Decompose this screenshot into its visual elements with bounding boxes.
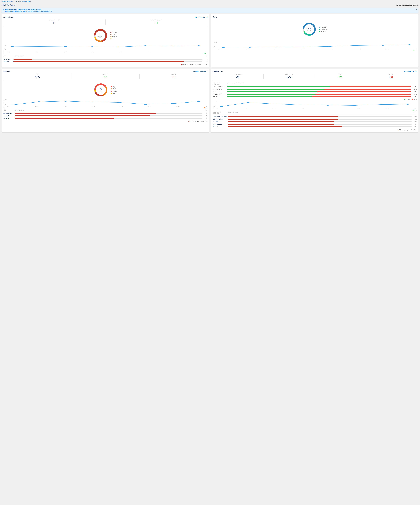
apps-configured-value: 11 <box>107 21 206 25</box>
table-row: AICPA-SOC-TSC-2017 73 <box>212 115 417 118</box>
svg-point-35 <box>170 103 173 104</box>
table-row: Microsoft365 28 <box>3 112 208 115</box>
applications-sparkline: # of 3rd Party Apps 24 0 <box>3 45 208 54</box>
svg-point-40 <box>300 105 303 105</box>
compliance-passed-failed-legend: Passed Failed <box>212 99 417 100</box>
svg-point-19 <box>301 47 305 47</box>
unknown-label: Unknown <box>112 32 118 33</box>
svg-point-4 <box>11 46 14 47</box>
users-yaxis-min: 0 <box>214 46 215 47</box>
table-row: NIST-800-53-4 72 <box>212 123 417 126</box>
azuread-dot <box>319 31 320 32</box>
table-row: AzureAD 19 <box>3 60 208 63</box>
compliance-legend-bottom: Critical High, Medium, Low <box>212 129 417 131</box>
compliance-row-pci: PCI-DSS-3.2.1 48% <box>212 93 417 95</box>
svg-point-8 <box>117 47 120 47</box>
table-row: CSA-CCM-4.0 72 <box>212 120 417 123</box>
breadcrumb-link-1[interactable]: API-enabled Protection <box>1 1 14 2</box>
svg-point-36 <box>197 101 200 102</box>
sparkline-yaxis-label: # of 3rd Party Apps <box>3 45 5 54</box>
low-label: Low <box>112 38 115 40</box>
dashboard-grid: Applications SETUP INSTANCE APPS SUPPORT… <box>0 14 420 134</box>
users-card: Users 1,632 USERS <box>211 14 419 67</box>
unknown-dot <box>110 32 111 33</box>
svg-point-11 <box>197 45 200 46</box>
users-legend: Workday Salesforce AzureAD <box>319 26 327 32</box>
users-sparkline-svg <box>218 42 420 48</box>
yaxis-max: 24 <box>5 45 6 46</box>
apps-supported-label: APPS SUPPORTED <box>5 19 104 21</box>
applications-table: APP 3RD PARTY APPS SUM Salesforce 2 Azur… <box>3 55 208 63</box>
info-icon: ℹ <box>3 9 4 11</box>
compliance-row-others: Others ℹ 46% <box>212 95 417 98</box>
compliance-bars: COMPLIANCE STANDARD PERCENT OF PASSED RU… <box>212 82 417 98</box>
banner-link[interactable]: Check the new Applications widget to see… <box>5 10 417 12</box>
azuread-label: AzureAD <box>321 31 326 32</box>
findings-donut-section: 75 FAILED FINDINGS High Medium Critical <box>3 82 208 97</box>
users-trend: ↑ 851 ℹ <box>214 50 417 51</box>
close-icon[interactable]: × <box>416 9 417 11</box>
apps-trend: ↑ 40% ℹ <box>5 53 208 54</box>
findings-card: Findings VIEW ALL FINDINGS TOTAL 135 PAS… <box>1 69 209 133</box>
table-row: AzureAD 27 <box>3 115 208 117</box>
unknown-high-label: Unknown & High risk <box>182 64 194 65</box>
findings-donut-label: 75 FAILED FINDINGS <box>97 88 105 93</box>
info-icon-small: ℹ <box>207 53 208 54</box>
compliance-table: COMPLIANCE STANDARD FAILED FINDINGS SUM … <box>212 112 417 128</box>
compliance-passed-stat: PASSED 32 <box>315 74 366 79</box>
users-yaxis-max: 2000 <box>214 42 217 43</box>
svg-point-37 <box>220 106 223 107</box>
salesforce-label: Salesforce <box>321 28 327 30</box>
setup-instance-button[interactable]: SETUP INSTANCE <box>195 16 208 18</box>
svg-point-18 <box>275 47 278 47</box>
others-info-icon: ℹ <box>217 96 217 97</box>
users-sub: USERS <box>306 30 312 31</box>
findings-sparkline-svg <box>7 99 209 106</box>
svg-point-43 <box>380 104 383 105</box>
salesforce-dot <box>319 29 320 30</box>
medium-label: Medium <box>112 36 117 38</box>
apps-legend-bottom: Unknown & High risk Medium & Low risk <box>3 64 208 65</box>
compliance-header: Compliance ℹ VIEW ALL RULES <box>212 70 417 72</box>
apps-supported-value: 11 <box>5 21 104 25</box>
view-all-findings-button[interactable]: VIEW ALL FINDINGS <box>193 71 208 72</box>
users-yaxis-label: # of Users <box>212 42 214 51</box>
svg-point-20 <box>328 46 331 47</box>
total-rules-stat: TOTAL RULES 68 <box>212 74 263 79</box>
breadcrumb-link-2[interactable]: Security posture (Next Gen) <box>16 1 31 2</box>
high-label: High <box>112 34 115 35</box>
high-dot <box>110 34 111 35</box>
workday-label: Workday <box>321 26 326 28</box>
svg-point-30 <box>37 101 40 102</box>
breadcrumb: API-enabled Protection › Security postur… <box>0 0 420 3</box>
svg-point-16 <box>222 47 225 48</box>
compliance-table-header: COMPLIANCE STANDARD FAILED FINDINGS SUM <box>212 112 417 115</box>
legend-low: Low <box>110 38 118 40</box>
applications-donut: 21 3RD PARTY APPS <box>93 28 108 43</box>
svg-point-31 <box>64 101 67 101</box>
compliance-row-nist-csf: NIST-CSF-1.1 49% <box>212 90 417 93</box>
medium-low-dot <box>196 64 197 65</box>
findings-donut: 75 FAILED FINDINGS <box>93 82 108 97</box>
users-number: 1,632 <box>306 27 312 30</box>
users-donut-label: 1,632 USERS <box>306 27 312 31</box>
findings-trend: ↑ 39% ℹ <box>5 107 208 109</box>
findings-passed-stat: PASSED 60 <box>71 74 140 79</box>
users-info-icon: ℹ <box>416 50 417 51</box>
findings-table-header: APP FAILED FINDINGS SUM <box>3 110 208 112</box>
pass-rate-stat: PASS RATE ℹ 47% <box>263 74 314 79</box>
table-row: GDPR-2016-679 73 <box>212 118 417 120</box>
donut-number: 21 <box>97 33 104 36</box>
view-all-rules-button[interactable]: VIEW ALL RULES <box>404 71 417 72</box>
others-table-info-icon: ℹ <box>217 126 217 127</box>
svg-point-17 <box>248 47 251 48</box>
users-title: Users <box>212 16 217 18</box>
compliance-yaxis-label: Pass Rate (%) <box>212 101 214 111</box>
compliance-stats: TOTAL RULES 68 PASS RATE ℹ 47% PASSED 32… <box>212 74 417 81</box>
compliance-bars-header: COMPLIANCE STANDARD PERCENT OF PASSED RU… <box>212 82 417 85</box>
refresh-icon[interactable]: ↺ <box>14 4 16 6</box>
apps-configured-label: APPS CONFIGURED <box>107 19 206 21</box>
findings-sparkline: # of Failed Findings 120 0 <box>3 99 208 109</box>
compliance-info-icon-sm: ℹ <box>416 109 417 111</box>
donut-label: 21 3RD PARTY APPS <box>97 33 104 38</box>
